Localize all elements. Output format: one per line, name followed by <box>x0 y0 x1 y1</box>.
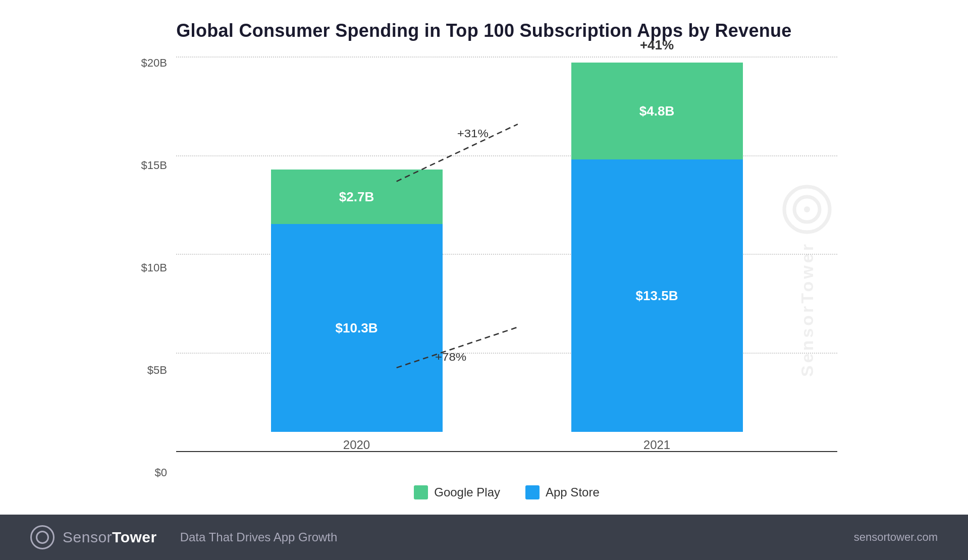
legend: Google Play App Store <box>176 485 837 499</box>
legend-label-appstore: App Store <box>546 485 600 499</box>
bar-2020-googleplay-label: $2.7B <box>339 189 374 205</box>
y-axis: $20B $15B $10B $5B $0 <box>131 57 176 505</box>
footer-brand: SensorTower Data That Drives App Growth <box>30 525 337 549</box>
footer-brand-icon-inner <box>36 531 49 544</box>
y-label-0: $0 <box>155 466 167 479</box>
bar-2021-appstore: $13.5B <box>571 159 743 432</box>
bar-2021-googleplay: $4.8B <box>571 63 743 159</box>
y-label-15b: $15B <box>141 159 167 172</box>
chart-container: Global Consumer Spending in Top 100 Subs… <box>0 0 968 515</box>
watermark-icon <box>782 184 832 235</box>
legend-label-googleplay: Google Play <box>434 485 500 499</box>
legend-item-googleplay: Google Play <box>414 485 500 499</box>
y-label-5b: $5B <box>147 364 167 377</box>
bar-2020-appstore-label: $10.3B <box>336 320 378 336</box>
bar-2020-appstore: $10.3B <box>271 224 443 432</box>
footer-brand-tower: Tower <box>112 529 157 545</box>
footer-brand-sensor: Sensor <box>63 529 112 545</box>
footer-url: sensortower.com <box>854 531 938 544</box>
footer: SensorTower Data That Drives App Growth … <box>0 515 968 560</box>
watermark-text: SensorTower <box>797 242 817 377</box>
footer-tagline: Data That Drives App Growth <box>180 530 338 544</box>
y-label-20b: $20B <box>141 57 167 70</box>
bars-row: $10.3B $2.7B 2020 +41% <box>176 57 837 452</box>
footer-brand-name: SensorTower <box>63 529 157 546</box>
bar-2021-googleplay-label: $4.8B <box>639 103 674 119</box>
bar-stack-2020: $10.3B $2.7B <box>271 170 443 432</box>
legend-item-appstore: App Store <box>525 485 600 499</box>
footer-brand-icon <box>30 525 55 549</box>
bar-2020-googleplay: $2.7B <box>271 170 443 224</box>
bar-2021-appstore-label: $13.5B <box>636 288 678 304</box>
y-label-10b: $10B <box>141 261 167 274</box>
chart-title: Global Consumer Spending in Top 100 Subs… <box>176 20 791 41</box>
bar-group-2020: $10.3B $2.7B 2020 <box>271 170 443 452</box>
watermark: SensorTower <box>782 184 832 377</box>
grid-and-bars: $10.3B $2.7B 2020 +41% <box>176 57 837 477</box>
legend-color-googleplay <box>414 485 428 499</box>
svg-point-6 <box>804 206 810 212</box>
growth-total-label: +41% <box>640 37 674 53</box>
chart-inner: $10.3B $2.7B 2020 +41% <box>176 57 837 505</box>
legend-color-appstore <box>525 485 540 499</box>
chart-area: $20B $15B $10B $5B $0 <box>131 57 837 505</box>
x-label-2021: 2021 <box>643 438 670 452</box>
bar-group-2021: +41% $13.5B $4.8B 2021 <box>571 63 743 452</box>
x-label-2020: 2020 <box>343 438 370 452</box>
bar-stack-2021: $13.5B $4.8B <box>571 63 743 432</box>
